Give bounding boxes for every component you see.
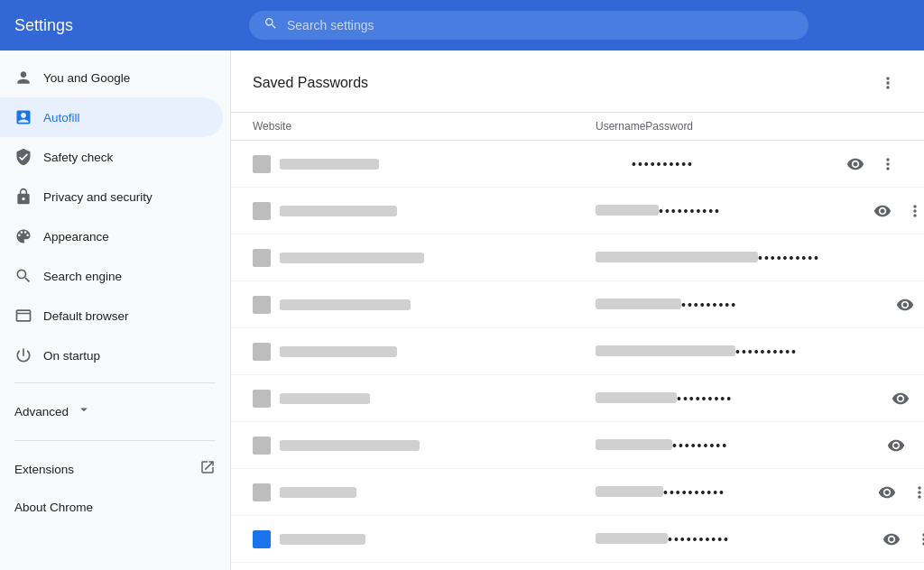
more-row-options-button[interactable] bbox=[919, 384, 924, 413]
privacy-icon bbox=[14, 188, 32, 206]
password-row: ••••••••• bbox=[231, 281, 924, 328]
sidebar-item-you-and-google[interactable]: You and Google bbox=[0, 58, 223, 97]
password-dots: ••••••••• bbox=[681, 298, 880, 312]
password-dots: ••••••••• bbox=[672, 438, 871, 453]
username-cell bbox=[596, 344, 735, 360]
sidebar-item-on-startup[interactable]: On startup bbox=[0, 336, 223, 375]
sidebar-item-search-engine[interactable]: Search engine bbox=[0, 256, 223, 296]
password-row: •••••••••• bbox=[231, 141, 924, 188]
password-dots: •••••••••• bbox=[659, 204, 857, 218]
sidebar: You and Google Autofill Safety check Pri… bbox=[0, 51, 231, 570]
more-options-button[interactable] bbox=[873, 69, 902, 97]
autofill-icon bbox=[14, 108, 32, 126]
password-row: •••••••••• bbox=[231, 234, 924, 281]
username-text bbox=[596, 439, 672, 450]
show-password-button[interactable] bbox=[873, 478, 901, 507]
sidebar-divider bbox=[14, 382, 216, 383]
password-row: •••••••••• bbox=[231, 328, 924, 375]
sidebar-label-default-browser: Default browser bbox=[43, 309, 129, 323]
show-password-button[interactable] bbox=[886, 384, 915, 413]
password-row: •••••••••• bbox=[231, 563, 924, 570]
show-password-button[interactable] bbox=[877, 525, 906, 554]
more-row-options-button[interactable] bbox=[873, 150, 902, 179]
password-row: •••••••••• bbox=[231, 469, 924, 516]
password-row: •••••••••• bbox=[231, 516, 924, 563]
sidebar-item-advanced[interactable]: Advanced bbox=[0, 391, 230, 433]
col-username: Username bbox=[596, 120, 645, 133]
row-actions bbox=[875, 384, 924, 413]
username-cell bbox=[596, 250, 758, 266]
sidebar-item-privacy-security[interactable]: Privacy and security bbox=[0, 177, 223, 216]
favicon bbox=[253, 437, 271, 455]
website-text bbox=[280, 393, 370, 404]
sidebar-label-extensions: Extensions bbox=[14, 463, 74, 476]
search-input[interactable] bbox=[287, 18, 794, 32]
sidebar-label-you-and-google: You and Google bbox=[43, 71, 130, 85]
website-text bbox=[280, 534, 365, 545]
search-icon bbox=[263, 16, 278, 34]
username-cell bbox=[596, 297, 681, 313]
website-text bbox=[280, 206, 397, 216]
content-panel: Saved Passwords Website Username Passwor… bbox=[231, 51, 924, 570]
col-password: Password bbox=[645, 120, 844, 133]
password-dots: •••••••••• bbox=[632, 157, 830, 171]
more-row-options-button[interactable] bbox=[905, 478, 924, 507]
sidebar-label-search-engine: Search engine bbox=[43, 270, 122, 283]
password-list: •••••••••• •••••••••• bbox=[231, 141, 924, 570]
sidebar-label-appearance: Appearance bbox=[43, 230, 109, 244]
browser-icon bbox=[14, 307, 32, 325]
website-cell bbox=[253, 530, 596, 548]
sidebar-divider-2 bbox=[14, 440, 216, 441]
password-dots: •••••••••• bbox=[758, 251, 924, 265]
sidebar-item-extensions[interactable]: Extensions bbox=[0, 448, 230, 490]
website-text bbox=[280, 253, 424, 263]
more-row-options-button[interactable] bbox=[901, 197, 924, 225]
sidebar-item-autofill[interactable]: Autofill bbox=[0, 97, 223, 137]
favicon bbox=[253, 249, 271, 267]
sidebar-label-safety-check: Safety check bbox=[43, 151, 113, 164]
sidebar-item-appearance[interactable]: Appearance bbox=[0, 216, 223, 256]
external-link-icon bbox=[199, 459, 216, 479]
search-bar[interactable] bbox=[249, 11, 808, 40]
favicon bbox=[253, 483, 271, 501]
sidebar-item-default-browser[interactable]: Default browser bbox=[0, 296, 223, 336]
show-password-button[interactable] bbox=[868, 197, 897, 225]
username-cell bbox=[596, 531, 668, 547]
row-actions bbox=[866, 525, 924, 554]
sidebar-label-advanced: Advanced bbox=[14, 405, 69, 418]
website-cell bbox=[253, 202, 596, 220]
website-cell bbox=[253, 296, 596, 314]
sidebar-item-safety-check[interactable]: Safety check bbox=[0, 137, 223, 177]
show-password-button[interactable] bbox=[841, 150, 870, 179]
power-icon bbox=[14, 346, 32, 364]
favicon bbox=[253, 390, 271, 408]
sidebar-item-about-chrome[interactable]: About Chrome bbox=[0, 490, 223, 525]
row-actions bbox=[862, 478, 924, 507]
row-actions bbox=[830, 150, 902, 179]
chevron-down-icon bbox=[76, 401, 92, 422]
palette-icon bbox=[14, 227, 32, 245]
password-row: ••••••••• bbox=[231, 422, 924, 469]
app-title: Settings bbox=[14, 16, 249, 35]
website-cell bbox=[253, 155, 596, 173]
website-text bbox=[280, 440, 420, 451]
website-cell bbox=[253, 343, 596, 361]
username-text bbox=[596, 252, 758, 262]
username-text bbox=[596, 299, 681, 309]
main-layout: You and Google Autofill Safety check Pri… bbox=[0, 51, 924, 570]
more-row-options-button[interactable] bbox=[910, 525, 924, 554]
sidebar-label-privacy-security: Privacy and security bbox=[43, 190, 152, 204]
col-actions bbox=[844, 120, 916, 133]
search-engine-icon bbox=[14, 267, 32, 285]
password-dots: •••••••••• bbox=[663, 485, 862, 500]
sidebar-label-about-chrome: About Chrome bbox=[14, 501, 93, 514]
username-text bbox=[596, 392, 677, 403]
username-text bbox=[596, 486, 663, 497]
website-text bbox=[280, 299, 411, 310]
username-cell bbox=[596, 437, 672, 454]
show-password-button[interactable] bbox=[882, 431, 910, 460]
show-password-button[interactable] bbox=[891, 290, 919, 319]
favicon bbox=[253, 530, 271, 548]
shield-icon bbox=[14, 148, 32, 166]
more-row-options-button[interactable] bbox=[914, 431, 924, 460]
